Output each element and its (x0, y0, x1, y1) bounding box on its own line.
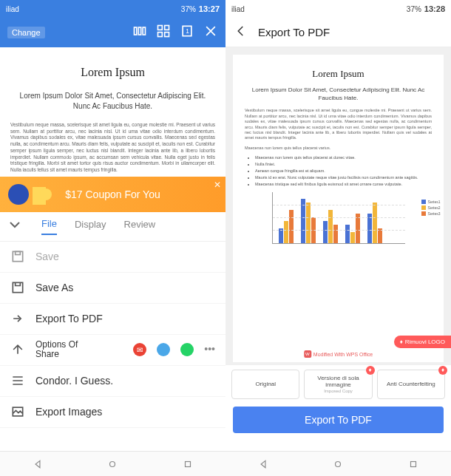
svg-rect-2 (143, 27, 145, 35)
bullet-item: Maecenas non lorem quis tellus placerat … (255, 155, 432, 160)
more-icon[interactable]: ••• (204, 343, 215, 356)
cloud-icon[interactable] (157, 343, 170, 356)
svg-point-16 (110, 461, 115, 466)
nav-recent-icon[interactable] (408, 459, 418, 469)
nav-recent-icon[interactable] (183, 459, 193, 469)
svg-rect-5 (158, 33, 163, 37)
file-menu: Save Save As Export To PDF Options Of Sh… (0, 242, 226, 428)
svg-rect-14 (13, 283, 22, 293)
back-icon[interactable] (234, 24, 248, 40)
android-navbar (0, 451, 226, 476)
svg-rect-12 (13, 252, 22, 262)
svg-rect-3 (158, 26, 163, 30)
coupon-illustration-icon (0, 177, 59, 212)
svg-rect-19 (411, 461, 416, 466)
svg-point-9 (8, 184, 29, 205)
menu-save-as-label: Save As (35, 282, 73, 293)
menu-save-as[interactable]: Save As (0, 273, 226, 304)
page-one-icon[interactable]: 1 (180, 24, 194, 41)
doc-title: Lorem Ipsum (10, 65, 215, 81)
bullet-item: Maecenas tristique sed elit finibus ligu… (255, 182, 432, 186)
bullets-intro: Maecenas non lorem quis tellus placerat … (245, 146, 432, 151)
svg-rect-13 (16, 252, 21, 255)
doc-subtitle: Lorem Ipsum Dolor Sit Amet, Consectetur … (10, 91, 215, 112)
svg-rect-0 (135, 27, 137, 35)
svg-point-18 (336, 461, 341, 466)
status-bar: iliad 37% 13:28 (226, 0, 451, 18)
grid-icon[interactable] (156, 24, 171, 41)
nav-back-icon[interactable] (33, 459, 43, 469)
battery-label: 37% (407, 5, 421, 13)
menu-share[interactable]: Options Of Share ✉ ••• (0, 335, 226, 366)
menu-condor[interactable]: Condor. I Guess. (0, 366, 226, 397)
tab-review[interactable]: Review (124, 219, 156, 234)
menu-export-pdf-label: Export To PDF (35, 313, 103, 324)
svg-text:1: 1 (186, 27, 189, 35)
close-icon[interactable] (203, 24, 218, 41)
wps-logo-icon: W (304, 350, 311, 358)
chevron-down-icon[interactable] (6, 216, 24, 237)
option-original[interactable]: Original (231, 370, 299, 399)
image-icon (10, 404, 25, 419)
document-preview: Lorem Ipsum Lorem Ipsum Dolor Sit Amet, … (0, 47, 226, 177)
clock: 13:28 (424, 4, 445, 13)
pdf-preview-area: Lorem Ipsum Lorem Ipsum Dolor Sit Amet, … (226, 47, 451, 365)
svg-point-11 (40, 188, 52, 200)
whatsapp-icon[interactable] (180, 343, 194, 356)
doc-body: Vestibulum neque massa, scelerisque sit … (10, 122, 215, 174)
carrier-label: iliad (231, 5, 245, 13)
mail-icon[interactable]: ✉ (133, 343, 146, 356)
save-as-icon (10, 280, 25, 295)
nav-home-icon[interactable] (333, 459, 343, 469)
tab-display[interactable]: Display (75, 219, 106, 234)
nav-home-icon[interactable] (107, 459, 118, 469)
svg-rect-17 (186, 461, 191, 466)
svg-rect-6 (165, 33, 169, 37)
svg-rect-4 (165, 26, 169, 30)
bottom-tabs: File Display Review (0, 212, 226, 242)
export-pdf-icon (10, 311, 25, 326)
carrier-label: iliad (6, 5, 19, 13)
export-to-pdf-button[interactable]: Export To PDF (233, 407, 444, 433)
barcode-icon[interactable] (132, 24, 147, 41)
menu-share-label: Options Of Share (35, 340, 78, 359)
premium-badge-icon: ♦ (438, 366, 447, 375)
battery-label: 37% (181, 5, 196, 13)
coupon-close-icon[interactable]: ✕ (214, 180, 221, 190)
share-icon (10, 342, 25, 357)
menu-condor-label: Condor. I Guess. (35, 375, 113, 387)
android-navbar (226, 451, 451, 476)
crown-icon: ♦ (400, 339, 403, 345)
export-options: Original ♦ Versione di sola immagine Imp… (226, 365, 451, 404)
page-title: Export To PDF (258, 26, 330, 38)
wps-watermark: W Modified With WPS Office (304, 350, 373, 358)
bar-chart: Series1Series2Series3 (272, 192, 405, 244)
tab-file[interactable]: File (41, 218, 57, 235)
menu-export-pdf[interactable]: Export To PDF (0, 304, 226, 335)
menu-export-images[interactable]: Export Images (0, 397, 226, 428)
option-anti-counterfeiting[interactable]: ♦ Anti Counterfeiting (377, 370, 445, 399)
editor-toolbar: Change 1 (0, 18, 226, 47)
change-button[interactable]: Change (7, 27, 45, 38)
save-icon (10, 249, 25, 264)
bullet-item: Mauris id ex erat. Nunc vulputate neque … (255, 175, 432, 180)
status-bar: iliad 37% 13:27 (0, 0, 226, 18)
option-image-version[interactable]: ♦ Versione di sola immagine Imposed Copy (304, 370, 372, 399)
menu-export-images-label: Export Images (35, 406, 102, 418)
remove-logo-button[interactable]: ♦ Rimuovi LOGO (394, 336, 451, 348)
menu-save-label: Save (35, 251, 59, 262)
clock: 13:27 (199, 4, 220, 13)
bullet-item: Nulla finiet. (255, 162, 432, 166)
nav-back-icon[interactable] (258, 459, 268, 469)
bullet-item: Aenean congue fringilla est et aliquam. (255, 169, 432, 173)
bullet-list: Maecenas non lorem quis tellus placerat … (255, 155, 432, 186)
svg-rect-1 (138, 27, 140, 35)
doc-body: Vestibulum neque massa, scelerisque sit … (245, 108, 432, 141)
pdf-page: Lorem Ipsum Lorem Ipsum Dolor Sit Amet, … (233, 55, 444, 362)
menu-save[interactable]: Save (0, 242, 226, 273)
doc-title: Lorem Ipsum (245, 68, 432, 80)
doc-subtitle: Lorem Ipsum Dolor Sit Amet, Consectetur … (245, 86, 432, 102)
premium-badge-icon: ♦ (366, 366, 375, 375)
list-icon (10, 373, 25, 388)
coupon-banner[interactable]: $17 Coupon For You ✕ (0, 177, 226, 212)
